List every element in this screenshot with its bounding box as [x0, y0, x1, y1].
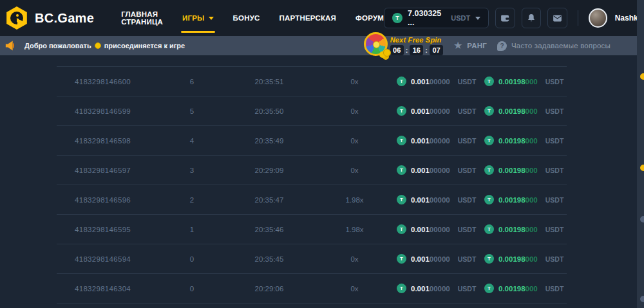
bet-id: 4183298146597	[57, 167, 163, 174]
emoji-peek-icon	[640, 165, 644, 171]
notifications-button[interactable]	[522, 8, 542, 28]
free-spin-widget[interactable]: Next Free Spin 06 : 16 : 07	[364, 35, 443, 56]
bell-icon	[526, 13, 536, 23]
chevron-down-icon	[209, 17, 214, 20]
bet-id: 4183298146599	[57, 107, 163, 115]
table-row[interactable]: 4183298146595 1 20:35:46 1.98x T 0.00100…	[57, 214, 567, 244]
table-row[interactable]: 4183298146597 3 20:29:09 0x T 0.00100000…	[57, 155, 567, 185]
roll-result: 5	[163, 107, 221, 115]
roll-result: 6	[163, 78, 221, 86]
envelope-icon	[552, 13, 563, 24]
bet-time: 20:35:49	[221, 137, 317, 145]
tether-icon: T	[397, 77, 406, 86]
bet-amount: T 0.00100000 USDT	[392, 195, 479, 204]
announcement-bar: Добро пожаловать присоединяется к игре N…	[0, 36, 644, 55]
tether-icon: T	[484, 106, 494, 116]
question-mark-icon: ?	[497, 41, 507, 51]
brand-logo[interactable]: BC.Game	[5, 6, 94, 30]
bet-amount: T 0.00100000 USDT	[392, 224, 479, 234]
main-nav: ГЛАВНАЯ СТРАНИЦА ИГРЫ БОНУС ПАРТНЕРСКАЯ …	[121, 0, 384, 36]
roll-result: 4	[163, 137, 221, 145]
tether-icon: T	[397, 284, 406, 293]
nav-item-bonus[interactable]: БОНУС	[233, 0, 260, 36]
chat-panel-edge[interactable]	[637, 0, 644, 308]
bet-amount: T 0.00100000 USDT	[392, 254, 479, 264]
bets-table-body: 4183298146600 6 20:35:51 0x T 0.00100000…	[57, 66, 567, 308]
bet-multiplier: 1.98x	[317, 226, 392, 233]
bet-time: 20:35:50	[221, 107, 317, 115]
bet-amount: T 0.00100000 USDT	[392, 165, 479, 175]
balance-dropdown[interactable]: T 7.030325 ... USDT	[384, 8, 489, 28]
wallet-icon	[500, 13, 511, 24]
megaphone-icon	[5, 40, 18, 51]
payout-amount: T 0.00198000 USDT	[479, 195, 567, 204]
emoji-peek-icon	[640, 296, 644, 302]
nav-item-forum[interactable]: ФОРУМ	[355, 0, 384, 36]
chevron-down-icon	[475, 17, 480, 20]
payout-amount: T 0.00198000 USDT	[479, 77, 567, 86]
messages-button[interactable]	[547, 8, 567, 28]
bet-amount: T 0.00100000 USDT	[392, 136, 479, 145]
bet-multiplier: 0x	[317, 255, 392, 263]
spin-wheel-icon	[364, 32, 388, 56]
roll-result: 0	[163, 255, 221, 263]
player-coin-icon	[95, 42, 101, 49]
bcgame-hexagon-icon	[5, 6, 28, 30]
payout-amount: T 0.00198000 USDT	[479, 224, 567, 234]
avatar[interactable]	[589, 8, 607, 28]
tether-icon: T	[484, 136, 494, 145]
brand-name: BC.Game	[35, 11, 94, 26]
table-row[interactable]: 4183298146599 5 20:35:50 0x T 0.00100000…	[57, 96, 567, 125]
bet-multiplier: 0x	[317, 107, 392, 115]
tether-icon: T	[484, 224, 494, 234]
nav-item-home[interactable]: ГЛАВНАЯ СТРАНИЦА	[121, 0, 163, 36]
payout-amount: T 0.00198000 USDT	[479, 165, 567, 175]
payout-amount: T 0.00198000 USDT	[479, 106, 567, 116]
roll-result: 1	[163, 226, 221, 233]
rank-link[interactable]: ★ РАНГ	[453, 41, 487, 51]
tether-icon: T	[484, 195, 494, 204]
emoji-peek-icon	[640, 216, 644, 222]
roll-result: 3	[163, 167, 221, 174]
table-row[interactable]: 4183298146600 6 20:35:51 0x T 0.00100000…	[57, 66, 567, 96]
bet-time: 20:35:45	[221, 255, 317, 263]
balance-currency: USDT	[451, 14, 470, 22]
bet-id: 4183298146596	[57, 196, 163, 204]
tether-icon: T	[484, 77, 494, 86]
tether-icon: T	[484, 254, 494, 264]
table-row[interactable]: 4183298146303 0 20:29:05 0x T 0.00100000…	[57, 303, 567, 308]
roll-result: 0	[163, 285, 221, 293]
payout-amount: T 0.00198000 USDT	[479, 136, 567, 145]
bet-multiplier: 0x	[317, 78, 392, 86]
timer-minutes: 16	[410, 45, 423, 55]
tether-icon: T	[484, 284, 494, 293]
table-row[interactable]: 4183298146304 0 20:29:06 0x T 0.00100000…	[57, 273, 567, 303]
emoji-peek-icon	[640, 73, 644, 80]
roll-result: 2	[163, 196, 221, 204]
header-right-cluster: T 7.030325 ... USDT Nashka	[384, 8, 644, 28]
announcement-text: Добро пожаловать присоединяется к игре	[24, 42, 185, 50]
payout-amount: T 0.00198000 USDT	[479, 254, 567, 264]
bet-id: 4183298146600	[57, 78, 163, 86]
timer-hours: 06	[390, 45, 404, 55]
bet-time: 20:35:47	[221, 196, 317, 204]
table-row[interactable]: 4183298146594 0 20:35:45 0x T 0.00100000…	[57, 244, 567, 273]
free-spin-title: Next Free Spin	[390, 36, 443, 44]
tether-icon: T	[397, 165, 406, 175]
tether-icon: T	[397, 224, 406, 234]
wallet-button[interactable]	[495, 8, 515, 28]
faq-link[interactable]: ? Часто задаваемые вопросы	[497, 41, 611, 51]
bet-multiplier: 0x	[317, 285, 392, 293]
nav-item-affiliate[interactable]: ПАРТНЕРСКАЯ	[279, 0, 337, 36]
bet-id: 4183298146594	[57, 255, 163, 263]
bet-time: 20:29:06	[221, 285, 317, 293]
bet-time: 20:35:46	[221, 226, 317, 233]
bet-amount: T 0.00100000 USDT	[392, 77, 479, 86]
star-icon: ★	[453, 41, 462, 51]
nav-item-games[interactable]: ИГРЫ	[182, 0, 214, 36]
table-row[interactable]: 4183298146596 2 20:35:47 1.98x T 0.00100…	[57, 185, 567, 214]
pacman-face-icon	[10, 12, 23, 24]
table-row[interactable]: 4183298146598 4 20:35:49 0x T 0.00100000…	[57, 125, 567, 155]
bet-id: 4183298146595	[57, 226, 163, 233]
tether-icon: T	[392, 13, 402, 23]
